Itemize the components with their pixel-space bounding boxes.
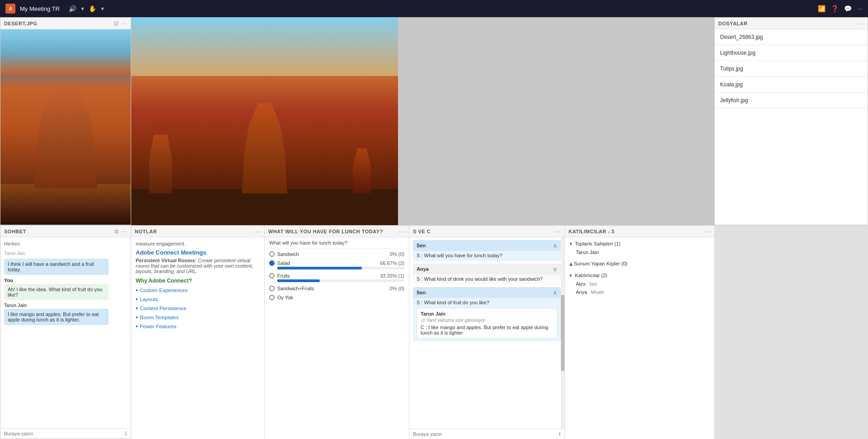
file-item-1[interactable]: Lighthouse.jpg xyxy=(715,45,868,61)
signal-icon[interactable]: 📶 xyxy=(818,5,825,12)
notes-list-item-3: Room Templates xyxy=(136,313,260,322)
poll-panel-header: WHAT WILL YOU HAVE FOR LUNCH TODAY? ··· xyxy=(265,226,409,237)
poll-bar-2 xyxy=(277,279,320,282)
notes-link[interactable]: Adobe Connect Meetings xyxy=(136,249,260,256)
svc-more-icon[interactable]: ··· xyxy=(554,228,561,235)
notes-persistent-label: Persistent Virtual Rooms: xyxy=(136,258,196,263)
file-item-2[interactable]: Tulips.jpg xyxy=(715,61,868,77)
chat-input[interactable] xyxy=(4,431,123,436)
volume-icon[interactable]: 🔊 xyxy=(69,5,76,12)
file-item-3[interactable]: Koala.jpg xyxy=(715,77,868,93)
center-desert-image xyxy=(131,17,398,225)
topbar: A My Meeting TR 🔊 ▾ ✋ ▾ 📶 ❓ 💬 ··· xyxy=(0,0,868,17)
poll-more-icon[interactable]: ··· xyxy=(398,228,405,235)
app-logo: A xyxy=(5,4,15,14)
chat-panel: SOHBET ⧉ ··· Herkes Tarun Jain. I think … xyxy=(0,225,131,439)
svc-msg-2-collapse[interactable]: ∧ xyxy=(553,289,557,296)
participant-anya: Anya Misafir xyxy=(569,288,711,296)
group-0-title: Toplantı Sahipleri (1) xyxy=(575,241,621,246)
hand-dropdown-icon[interactable]: ▾ xyxy=(101,5,104,12)
notes-list-item-4: Power Features xyxy=(136,322,260,331)
poll-label-4: Oy Yok xyxy=(277,295,404,300)
notes-list-item-2: Content Persistence xyxy=(136,304,260,313)
participants-group-0: ▼ Toplantı Sahipleri (1) Tarun Jain xyxy=(569,239,711,256)
chat-messages: Herkes Tarun Jain. I think I will have a… xyxy=(0,237,131,428)
files-list: Desert_26863.jpg Lighthouse.jpg Tulips.j… xyxy=(715,29,868,225)
svc-msg-0-collapse[interactable]: ∧ xyxy=(553,242,557,249)
participants-more-icon[interactable]: ··· xyxy=(704,228,711,235)
chat-icon[interactable]: 💬 xyxy=(844,5,852,12)
poll-option-0: Sandwich 0% (0) xyxy=(269,251,404,257)
participants-panel-title: KATILIMCILAR - 3 xyxy=(569,229,614,234)
right-bottom-empty xyxy=(714,225,868,439)
chat-panel-icons: ⧉ ··· xyxy=(114,228,127,235)
chat-panel-title: SOHBET xyxy=(4,229,26,234)
chat-input-area[interactable]: ℹ xyxy=(0,428,131,439)
poll-radio-0[interactable] xyxy=(269,251,275,257)
chat-copy-icon[interactable]: ⧉ xyxy=(114,228,119,235)
poll-pct-3: 0% (0) xyxy=(390,286,404,291)
svc-info-icon: ℹ xyxy=(559,431,561,437)
group-1-arrow: ▶ xyxy=(568,262,573,265)
chat-message-2: Ah! I like the idea. What kind of fruit … xyxy=(4,284,109,300)
left-area: DESERT.JPG ⊡ ··· SOHBET ⧉ ··· xyxy=(0,17,131,439)
svc-msg-1-collapse[interactable]: ∨ xyxy=(553,265,557,273)
share-more-icon[interactable]: ··· xyxy=(121,20,127,27)
participants-group-2-header[interactable]: ▼ Katılımcılar (2) xyxy=(569,271,711,280)
chat-sender-truncated: Tarun Jain. xyxy=(4,251,127,256)
main-layout: DESERT.JPG ⊡ ··· SOHBET ⧉ ··· xyxy=(0,17,868,439)
poll-options: Sandwich 0% (0) Salad 66.67% (2) xyxy=(265,249,409,439)
participants-group-1-header[interactable]: ▶ Sunum Yapan Kişiler (0) xyxy=(569,259,711,268)
notes-more-icon[interactable]: ··· xyxy=(254,228,261,235)
chat-more-icon[interactable]: ··· xyxy=(121,228,127,235)
notes-content: measure engagement. Adobe Connect Meetin… xyxy=(131,237,264,439)
svc-msg-0-sender: Sen xyxy=(417,243,426,248)
notes-list-item-1: Layouts xyxy=(136,295,260,304)
file-item-0[interactable]: Desert_26863.jpg xyxy=(715,29,868,45)
help-icon[interactable]: ❓ xyxy=(831,5,839,12)
poll-option-1: Salad 66.67% (2) xyxy=(269,260,404,269)
participants-content: ▼ Toplantı Sahipleri (1) Tarun Jain ▶ Su… xyxy=(565,237,714,439)
participants-group-0-header[interactable]: ▼ Toplantı Sahipleri (1) xyxy=(569,239,711,248)
share-view-icon[interactable]: ⊡ xyxy=(114,20,119,27)
files-panel-header: DOSYALAR ··· xyxy=(715,18,868,29)
center-rock-left xyxy=(149,135,172,194)
group-2-arrow: ▼ xyxy=(569,273,573,278)
poll-radio-1[interactable] xyxy=(269,260,275,266)
desert-sky xyxy=(0,29,131,75)
share-panel-title: DESERT.JPG xyxy=(4,21,37,26)
participant-alex: Alex Sen xyxy=(569,280,711,288)
svc-reply-text: C : I like mango and apples. But prefer … xyxy=(421,325,553,335)
participants-panel-header: KATILIMCILAR - 3 ··· xyxy=(565,226,714,237)
right-area: DOSYALAR ··· Desert_26863.jpg Lighthouse… xyxy=(714,17,868,439)
chat-you-wrapper: You Ah! I like the idea. What kind of fr… xyxy=(4,278,127,300)
poll-bar-wrap-1 xyxy=(277,267,404,269)
svc-scrollthumb[interactable] xyxy=(561,295,564,371)
center-image-area xyxy=(131,17,714,225)
desert-ground xyxy=(0,184,131,225)
center-rock-main xyxy=(242,103,287,194)
svc-private-note: ⊙ Yanıt yalnızca size görünüyor xyxy=(421,317,553,323)
svc-panel: S VE C ··· Sen ∧ S : What will you have … xyxy=(409,226,565,439)
poll-option-3: Sandwich+Fruits 0% (0) xyxy=(269,286,404,291)
file-item-4[interactable]: Jellyfish.jpg xyxy=(715,93,868,109)
svc-msg-2: Sen ∧ S : What kind of fruit do you like… xyxy=(413,287,561,341)
poll-question: What will you have for lunch today? xyxy=(265,237,409,249)
files-more-icon[interactable]: ··· xyxy=(857,20,864,27)
poll-bar-1 xyxy=(277,267,362,269)
svc-reply-block: Tarun Jain ⊙ Yanıt yalnızca size görünüy… xyxy=(417,308,557,339)
svc-input[interactable] xyxy=(413,431,557,437)
svc-reply-sender: Tarun Jain xyxy=(421,311,553,316)
notes-why-title: Why Adobe Connect? xyxy=(136,278,260,284)
more-icon[interactable]: ··· xyxy=(857,5,863,12)
hand-icon[interactable]: ✋ xyxy=(89,5,96,12)
volume-dropdown-icon[interactable]: ▾ xyxy=(81,5,84,12)
svc-input-area[interactable]: ℹ xyxy=(409,429,564,439)
poll-radio-3[interactable] xyxy=(269,286,275,291)
group-1-title: Sunum Yapan Kişiler (0) xyxy=(574,261,627,266)
poll-radio-2[interactable] xyxy=(269,273,275,279)
chat-audience-label: Herkes xyxy=(4,241,127,246)
poll-label-2: Fruits xyxy=(277,273,377,279)
poll-radio-4[interactable] xyxy=(269,295,275,300)
participant-alex-role: Sen xyxy=(589,282,597,287)
